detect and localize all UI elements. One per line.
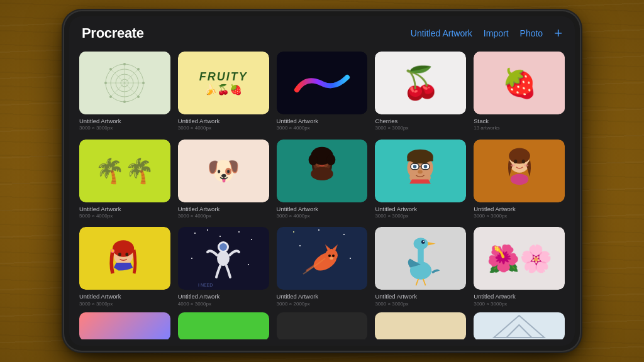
partial-item-3[interactable]	[277, 312, 368, 339]
gallery-row-3: Untitled Artwork 3000 × 3000px	[79, 223, 565, 311]
app-header: Procreate Untitled Artwork Import Photo …	[69, 16, 575, 48]
artwork-bird[interactable]: Untitled Artwork 3000 × 3000px	[375, 227, 466, 307]
svg-point-51	[251, 239, 252, 240]
brush-art	[294, 72, 350, 94]
artwork-glasses-label: Untitled Artwork 3000 × 3000px	[375, 206, 466, 220]
svg-point-74	[413, 238, 428, 250]
svg-marker-75	[428, 242, 435, 246]
artwork-palms-label: Untitled Artwork 5000 × 4000px	[79, 206, 170, 220]
gallery-row-1: Untitled Artwork 3000 × 3000px FRUITY 🍌🍒…	[79, 48, 565, 136]
artwork-portrait-dark-label: Untitled Artwork 3000 × 4000px	[277, 206, 368, 220]
gallery-grid: Untitled Artwork 3000 × 3000px FRUITY 🍌🍒…	[69, 48, 575, 346]
partial-item-5[interactable]	[474, 312, 565, 339]
artwork-palms[interactable]: 🌴🌴 Untitled Artwork 5000 × 4000px	[79, 140, 170, 220]
svg-point-10	[104, 82, 107, 84]
svg-point-49	[207, 229, 208, 231]
svg-point-33	[424, 165, 428, 168]
svg-point-19	[311, 167, 333, 180]
stack-art: 🍓	[502, 67, 537, 100]
partial-art-5	[474, 312, 565, 339]
select-button[interactable]: Untitled Artwork	[411, 28, 472, 38]
artwork-stack[interactable]: 🍓 Stack 13 artworks	[474, 52, 565, 132]
svg-point-23	[309, 154, 318, 165]
svg-point-50	[238, 231, 240, 233]
svg-point-12	[109, 68, 112, 70]
pug-art: 🐶	[207, 155, 240, 186]
fox-art	[287, 227, 357, 290]
svg-point-64	[350, 258, 351, 259]
svg-point-60	[293, 231, 294, 233]
fruity-art: FRUITY 🍌🍒🍓	[199, 70, 248, 96]
svg-point-34	[418, 170, 423, 174]
svg-point-48	[194, 233, 196, 234]
photo-button[interactable]: Photo	[520, 28, 543, 38]
svg-point-55	[217, 251, 230, 266]
portrait-dark-art	[303, 146, 341, 196]
svg-point-62	[343, 234, 345, 235]
svg-point-14	[109, 96, 112, 98]
svg-point-71	[330, 257, 333, 260]
mandala-art	[103, 61, 147, 105]
artwork-brush[interactable]: Untitled Artwork 3000 × 4000px	[277, 52, 368, 132]
artwork-portrait-dark[interactable]: Untitled Artwork 3000 × 4000px	[277, 140, 368, 220]
glasses-art	[400, 147, 441, 194]
svg-point-36	[509, 148, 530, 163]
palms-art: 🌴🌴	[95, 157, 154, 185]
artwork-glasses[interactable]: Untitled Artwork 3000 × 3000px	[375, 140, 466, 220]
artwork-redhead-label: Untitled Artwork 3000 × 3000px	[79, 293, 170, 307]
artwork-fox[interactable]: Untitled Artwork 3000 × 2000px	[277, 227, 368, 307]
svg-point-11	[142, 82, 145, 84]
artwork-fruity[interactable]: FRUITY 🍌🍒🍓 Untitled Artwork 3000 × 4000p…	[178, 52, 269, 132]
svg-point-57	[219, 243, 227, 251]
svg-point-43	[113, 240, 135, 256]
ipad-device: Procreate Untitled Artwork Import Photo …	[64, 11, 580, 351]
flowers-art: 🌺🌸	[487, 243, 552, 274]
cherries-art: 🍒	[401, 65, 440, 101]
partial-item-4[interactable]	[375, 312, 466, 339]
svg-point-38	[521, 160, 525, 163]
svg-point-40	[524, 164, 528, 167]
add-button[interactable]: +	[554, 26, 562, 40]
space-art: I NEED SPACE.	[189, 227, 258, 290]
artwork-fox-label: Untitled Artwork 3000 × 2000px	[277, 293, 368, 307]
artwork-girl-brown[interactable]: Untitled Artwork 3000 × 3000px	[474, 140, 565, 220]
artwork-fruity-label: Untitled Artwork 3000 × 4000px	[178, 118, 269, 132]
svg-point-44	[118, 253, 121, 256]
svg-point-15	[137, 96, 140, 98]
artwork-flowers-label: Untitled Artwork 3000 × 3000px	[474, 293, 565, 307]
artwork-space[interactable]: I NEED SPACE. Untitled Artwork 4000 × 30…	[178, 227, 269, 307]
girl-brown-art	[501, 146, 538, 196]
svg-rect-28	[408, 156, 433, 162]
artwork-mandala[interactable]: Untitled Artwork 3000 × 3000px	[79, 52, 170, 132]
svg-text:I NEED: I NEED	[198, 283, 213, 287]
svg-point-77	[423, 241, 425, 242]
bird-art	[396, 229, 446, 288]
partial-item-1[interactable]	[79, 312, 170, 339]
gallery-partial-row	[79, 311, 565, 339]
import-button[interactable]: Import	[484, 28, 509, 38]
redhead-art	[106, 232, 143, 285]
partial-item-2[interactable]	[178, 312, 269, 339]
svg-point-69	[328, 255, 331, 257]
artwork-pug-label: Untitled Artwork 3000 × 4000px	[178, 206, 269, 220]
svg-point-32	[413, 165, 417, 168]
gallery-row-2: 🌴🌴 Untitled Artwork 5000 × 4000px 🐶	[79, 136, 565, 224]
app-title: Procreate	[82, 25, 144, 41]
artwork-redhead[interactable]: Untitled Artwork 3000 × 3000px	[79, 227, 170, 307]
svg-point-13	[137, 68, 140, 70]
svg-point-52	[191, 258, 192, 259]
svg-point-47	[112, 250, 114, 252]
svg-point-76	[421, 240, 425, 244]
header-actions: Untitled Artwork Import Photo +	[411, 26, 562, 40]
artwork-cherries[interactable]: 🍒 Cherries 3000 × 3000px	[375, 52, 466, 132]
svg-point-24	[326, 154, 335, 165]
artwork-space-label: Untitled Artwork 4000 × 3000px	[178, 293, 269, 307]
svg-point-54	[219, 236, 221, 237]
svg-marker-79	[507, 325, 532, 337]
svg-point-37	[514, 160, 517, 163]
svg-text:SPACE.: SPACE.	[196, 289, 212, 290]
svg-point-8	[123, 63, 126, 65]
artwork-mandala-label: Untitled Artwork 3000 × 3000px	[79, 118, 170, 132]
artwork-pug[interactable]: 🐶 Untitled Artwork 3000 × 4000px	[178, 140, 269, 220]
artwork-flowers[interactable]: 🌺🌸 Untitled Artwork 3000 × 3000px	[474, 227, 565, 307]
